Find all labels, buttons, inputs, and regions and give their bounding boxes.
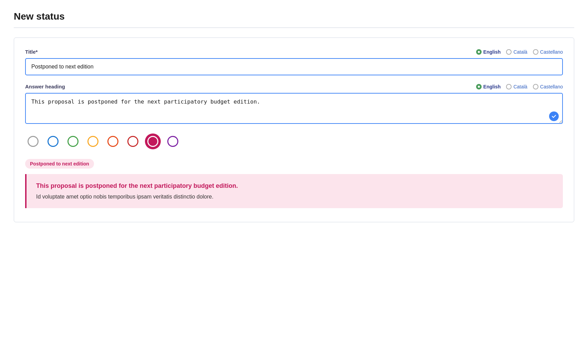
swatch-yellow[interactable] xyxy=(85,133,101,149)
answer-lang-english-radio xyxy=(476,84,482,89)
preview-section: Postponed to next edition This proposal … xyxy=(25,159,563,208)
title-lang-selector: English Català Castellano xyxy=(476,49,563,55)
title-field-header: Title* English Català Castellano xyxy=(25,49,563,55)
answer-lang-castellano-radio xyxy=(533,84,538,89)
swatch-gray[interactable] xyxy=(25,133,41,149)
answer-lang-castellano-label: Castellano xyxy=(540,84,563,89)
preview-box: This proposal is postponed for the next … xyxy=(25,174,563,208)
title-lang-english-radio xyxy=(476,49,482,55)
title-label: Title* xyxy=(25,49,38,55)
swatch-green[interactable] xyxy=(65,133,81,149)
preview-heading: This proposal is postponed for the next … xyxy=(36,182,553,190)
title-lang-english[interactable]: English xyxy=(476,49,501,55)
form-card: Title* English Català Castellano Answe xyxy=(14,38,574,222)
answer-heading-field-group: Answer heading English Català Castellano xyxy=(25,84,563,125)
check-badge xyxy=(549,111,559,121)
answer-lang-castellano[interactable]: Castellano xyxy=(533,84,563,89)
title-field-group: Title* English Català Castellano xyxy=(25,49,563,75)
swatch-pink[interactable] xyxy=(145,133,161,149)
answer-heading-lang-selector: English Català Castellano xyxy=(476,84,563,89)
answer-lang-catala-radio xyxy=(506,84,512,89)
title-input[interactable] xyxy=(25,58,563,75)
title-lang-castellano-label: Castellano xyxy=(540,49,563,55)
swatch-blue[interactable] xyxy=(45,133,61,149)
preview-body: Id voluptate amet optio nobis temporibus… xyxy=(36,194,553,200)
title-lang-castellano-radio xyxy=(533,49,538,55)
color-swatches-group xyxy=(25,133,563,149)
swatch-red[interactable] xyxy=(125,133,141,149)
title-lang-english-label: English xyxy=(483,49,501,55)
title-lang-castellano[interactable]: Castellano xyxy=(533,49,563,55)
title-lang-catala[interactable]: Català xyxy=(506,49,527,55)
swatch-purple[interactable] xyxy=(165,133,181,149)
answer-heading-textarea-wrapper xyxy=(25,93,563,125)
answer-heading-textarea[interactable] xyxy=(25,93,563,124)
swatch-orange[interactable] xyxy=(105,133,121,149)
answer-heading-label: Answer heading xyxy=(25,84,65,89)
preview-badge: Postponed to next edition xyxy=(25,159,94,169)
title-lang-catala-label: Català xyxy=(513,49,527,55)
title-lang-catala-radio xyxy=(506,49,512,55)
section-divider xyxy=(14,28,574,28)
answer-lang-catala-label: Català xyxy=(513,84,527,89)
page-title: New status xyxy=(14,11,574,22)
answer-lang-catala[interactable]: Català xyxy=(506,84,527,89)
answer-heading-field-header: Answer heading English Català Castellano xyxy=(25,84,563,89)
answer-lang-english-label: English xyxy=(483,84,501,89)
answer-lang-english[interactable]: English xyxy=(476,84,501,89)
